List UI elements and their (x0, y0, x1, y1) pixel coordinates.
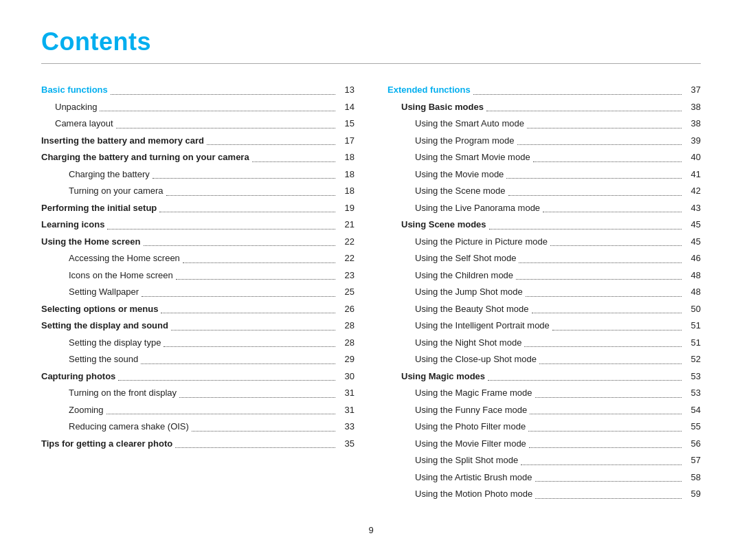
toc-dots (183, 262, 335, 263)
toc-label: Turning on the front display (41, 386, 177, 400)
toc-page: 21 (338, 218, 355, 232)
toc-label: Using the Smart Movie mode (387, 150, 530, 164)
toc-label: Using Magic modes (387, 370, 485, 383)
toc-page: 35 (338, 437, 355, 451)
toc-label: Using the Artistic Brush mode (387, 471, 532, 484)
toc-page: 43 (684, 201, 701, 215)
toc-dots (106, 414, 335, 414)
toc-entry: Charging the battery and turning on your… (41, 150, 355, 164)
toc-label: Using the Night Shot mode (387, 336, 521, 350)
toc-page: 45 (684, 235, 701, 249)
toc-page: 52 (684, 352, 701, 366)
toc-entry: Using the Program mode39 (387, 134, 701, 148)
toc-dots (111, 94, 335, 95)
toc-label: Using the Live Panorama mode (387, 201, 540, 215)
toc-entry: Using the Artistic Brush mode58 (387, 471, 701, 484)
toc-entry: Using the Motion Photo mode59 (387, 487, 701, 501)
toc-entry: Using the Smart Movie mode40 (387, 150, 701, 164)
toc-page: 56 (684, 437, 701, 451)
toc-label: Using the Movie mode (387, 168, 504, 181)
toc-dots (539, 363, 682, 364)
page-title: Contents (41, 27, 701, 56)
toc-page: 48 (684, 269, 701, 282)
toc-entry: Using Scene modes45 (387, 218, 701, 232)
toc-dots (144, 245, 336, 246)
toc-label: Performing the initial setup (41, 201, 157, 215)
toc-label: Setting the display type (41, 336, 161, 350)
toc-dots (516, 279, 682, 280)
toc-entry: Performing the initial setup19 (41, 201, 355, 215)
toc-dots (524, 346, 682, 347)
toc-dots (141, 363, 335, 364)
toc-page: 59 (684, 487, 701, 501)
toc-label: Charging the battery (41, 168, 150, 181)
toc-entry: Using the Live Panorama mode43 (387, 201, 701, 215)
toc-dots (552, 330, 682, 331)
toc-dots (519, 262, 682, 263)
toc-entry: Using the Self Shot mode46 (387, 251, 701, 265)
toc-label: Extended functions (387, 83, 471, 97)
toc-label: Using the Split Shot mode (387, 453, 518, 467)
toc-entry: Using the Intelligent Portrait mode51 (387, 319, 701, 333)
toc-entry: Using the Smart Auto mode38 (387, 117, 701, 131)
toc-page: 53 (684, 386, 701, 400)
toc-page: 58 (684, 471, 701, 484)
toc-label: Using Scene modes (387, 218, 486, 232)
toc-page: 38 (684, 100, 701, 114)
toc-entry: Inserting the battery and memory card17 (41, 134, 355, 148)
toc-page: 15 (338, 117, 355, 131)
toc-dots (543, 212, 682, 212)
toc-entry: Using the Movie mode41 (387, 168, 701, 181)
toc-dots (535, 481, 682, 482)
toc-dots (517, 144, 682, 145)
toc-entry: Capturing photos30 (41, 370, 355, 383)
toc-entry: Basic functions13 (41, 83, 355, 97)
toc-dots (488, 380, 682, 381)
toc-entry: Tips for getting a clearer photo35 (41, 437, 355, 451)
toc-entry: Using Basic modes38 (387, 100, 701, 114)
toc-label: Using the Program mode (387, 134, 515, 148)
toc-columns: Basic functions13Unpacking14Camera layou… (41, 83, 701, 504)
toc-entry: Turning on the front display31 (41, 386, 355, 400)
left-column: Basic functions13Unpacking14Camera layou… (41, 83, 355, 504)
toc-entry: Extended functions37 (387, 83, 701, 97)
toc-dots (118, 380, 335, 381)
toc-dots (192, 431, 335, 432)
toc-label: Unpacking (41, 100, 97, 114)
toc-page: 14 (338, 100, 355, 114)
toc-entry: Using the Funny Face mode54 (387, 403, 701, 417)
toc-page: 38 (684, 117, 701, 131)
toc-page: 51 (684, 319, 701, 333)
toc-entry: Using the Home screen22 (41, 235, 355, 249)
toc-entry: Using the Night Shot mode51 (387, 336, 701, 350)
toc-label: Using the Jump Shot mode (387, 285, 523, 299)
toc-page: 42 (684, 184, 701, 198)
toc-dots (527, 128, 682, 128)
toc-label: Basic functions (41, 83, 108, 97)
toc-dots (166, 195, 335, 196)
toc-dots (116, 128, 335, 128)
toc-label: Setting the sound (41, 352, 138, 366)
toc-dots (159, 212, 335, 212)
toc-dots (535, 397, 682, 398)
toc-dots (179, 397, 335, 398)
toc-page: 41 (684, 168, 701, 181)
toc-page: 55 (684, 420, 701, 434)
toc-dots (550, 245, 682, 246)
toc-label: Accessing the Home screen (41, 251, 180, 265)
toc-label: Inserting the battery and memory card (41, 134, 204, 148)
toc-entry: Using the Split Shot mode57 (387, 453, 701, 467)
toc-page: 30 (338, 370, 355, 383)
toc-entry: Turning on your camera18 (41, 184, 355, 198)
page-number: 9 (41, 525, 701, 535)
toc-dots (176, 279, 335, 280)
toc-label: Learning icons (41, 218, 104, 232)
toc-page: 48 (684, 285, 701, 299)
toc-entry: Using the Photo Filter mode55 (387, 420, 701, 434)
toc-label: Using the Beauty Shot mode (387, 302, 529, 316)
toc-label: Using the Close-up Shot mode (387, 352, 537, 366)
toc-dots (529, 447, 682, 448)
toc-dots (171, 330, 335, 331)
toc-entry: Using the Children mode48 (387, 269, 701, 282)
toc-page: 46 (684, 251, 701, 265)
